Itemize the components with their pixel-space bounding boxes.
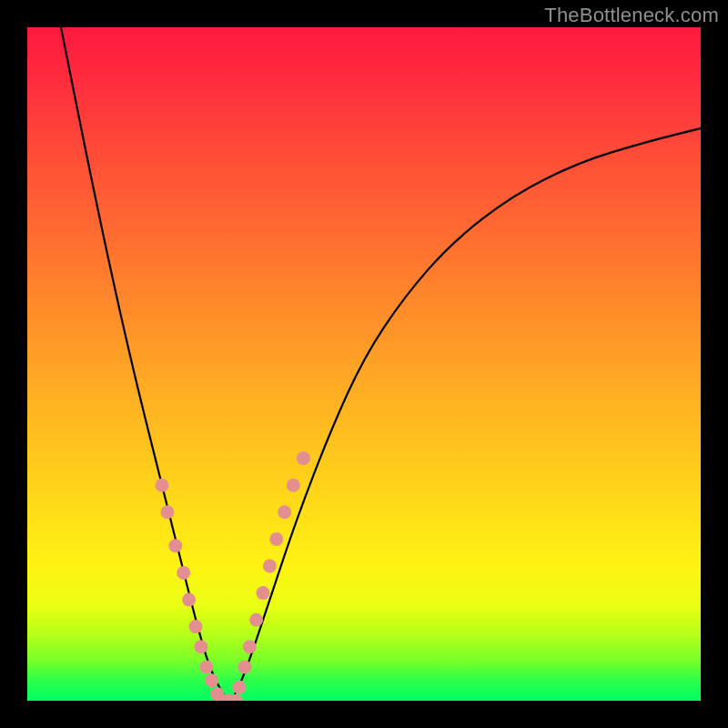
watermark-text: TheBottleneck.com <box>544 4 719 27</box>
plot-area <box>27 27 701 701</box>
chart-container: TheBottleneck.com <box>0 0 728 728</box>
